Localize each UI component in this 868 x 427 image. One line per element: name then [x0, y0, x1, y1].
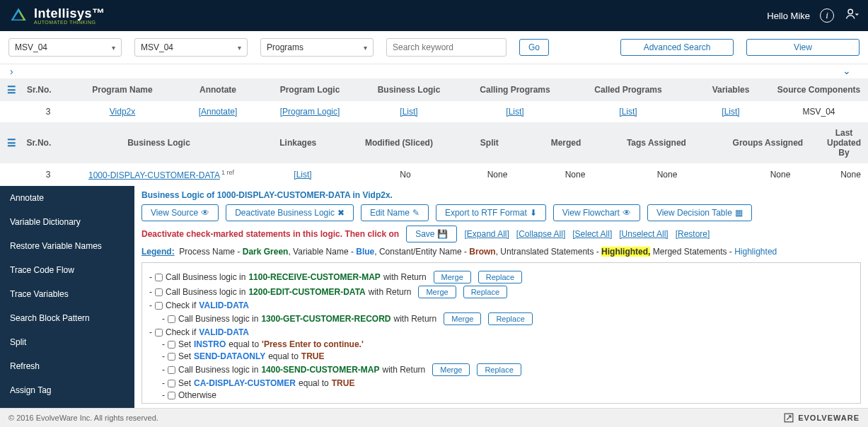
grid-icon: ▦ — [735, 208, 743, 218]
columns-icon[interactable]: ☰ — [7, 84, 16, 95]
sidebar-item-annotate[interactable]: Annotate — [0, 186, 134, 210]
stmt-text: Call Business logic in — [166, 272, 245, 282]
link-annotate[interactable]: [Annotate] — [199, 107, 238, 117]
sidebar-item-split[interactable]: Split — [0, 330, 134, 354]
link-program-name[interactable]: Vidp2x — [110, 107, 135, 117]
export-rtf-button[interactable]: Export to RTF Format⬇ — [436, 204, 546, 221]
cell-srno: 3 — [27, 107, 69, 117]
merge-button[interactable]: Merge — [432, 363, 470, 376]
link-variables[interactable]: [List] — [722, 107, 739, 117]
filter-row: MSV_04▾ MSV_04▾ Programs▾ Go Advanced Se… — [0, 31, 868, 64]
stmt-text: Check if — [166, 327, 196, 337]
col-annotate: Annotate — [175, 85, 260, 95]
view-flowchart-button[interactable]: View Flowchart👁 — [553, 204, 640, 221]
advanced-search-button[interactable]: Advanced Search — [620, 39, 734, 56]
link-expand-all[interactable]: [Expand All] — [464, 229, 509, 239]
link-business-logic[interactable]: [List] — [400, 107, 417, 117]
col-business-logic: Business Logic — [359, 85, 458, 95]
chevron-down-icon: ▾ — [238, 44, 241, 52]
sidebar-item-refresh[interactable]: Refresh — [0, 354, 134, 378]
replace-button[interactable]: Replace — [478, 271, 522, 283]
col-called: Called Programs — [572, 85, 685, 95]
link-unselect-all[interactable]: [Unselect All] — [619, 229, 668, 239]
statement-checkbox[interactable] — [168, 341, 175, 349]
statement-checkbox[interactable] — [155, 329, 163, 337]
legend-merged-value: Highlighted — [734, 247, 777, 257]
select-project-1[interactable]: MSV_04▾ — [8, 38, 122, 57]
replace-button[interactable]: Replace — [488, 312, 532, 325]
stmt-text: Set — [178, 339, 191, 349]
statement-checkbox[interactable] — [168, 366, 175, 374]
link-restore[interactable]: [Restore] — [676, 229, 710, 239]
statement-checkbox[interactable] — [168, 353, 175, 361]
col2-srno: Sr.No. — [27, 138, 69, 148]
var-name: SEND-DATAONLY — [194, 351, 265, 361]
view-decision-table-button[interactable]: View Decision Table▦ — [647, 204, 752, 221]
deactivate-bl-button[interactable]: Deactivate Business Logic✖ — [226, 204, 354, 221]
go-button[interactable]: Go — [519, 39, 549, 56]
select-1-value: MSV_04 — [15, 42, 47, 52]
logo: Intellisys™ AUTOMATED THINKING — [8, 6, 105, 25]
sidebar-item-search-block-pattern[interactable]: Search Block Pattern — [0, 306, 134, 330]
statement-checkbox[interactable] — [155, 288, 163, 296]
link-linkages[interactable]: [List] — [294, 170, 311, 180]
edit-name-button[interactable]: Edit Name✎ — [361, 204, 429, 221]
link-collapse-all[interactable]: [Collapse All] — [516, 229, 565, 239]
merge-button[interactable]: Merge — [418, 286, 456, 298]
sidebar-item-restore-variable-names[interactable]: Restore Variable Names — [0, 234, 134, 258]
statement-checkbox[interactable] — [168, 380, 175, 387]
cell-source: MSV_04 — [777, 107, 861, 117]
cell2-updated: None — [840, 170, 861, 180]
main-area: Annotate Variable Dictionary Restore Var… — [0, 186, 868, 408]
brand-subtitle: AUTOMATED THINKING — [34, 20, 105, 25]
columns-icon[interactable]: ☰ — [7, 137, 16, 148]
view-button[interactable]: View — [746, 39, 860, 56]
collapse-caret[interactable]: ⌄ — [833, 64, 861, 78]
sidebar-item-assign-tag[interactable]: Assign Tag — [0, 378, 134, 402]
statement: -Otherwise — [162, 390, 853, 400]
sidebar-item-trace-variables[interactable]: Trace Variables — [0, 282, 134, 306]
user-menu-icon[interactable] — [844, 7, 860, 25]
select-category[interactable]: Programs▾ — [260, 38, 374, 57]
legend-label: Legend: — [141, 247, 175, 257]
stmt-text: Call Business logic in — [178, 365, 258, 375]
col-calling: Calling Programs — [458, 85, 572, 95]
link-called[interactable]: [List] — [619, 107, 637, 117]
legend-process-value: Dark Green — [243, 247, 289, 257]
select-project-2[interactable]: MSV_04▾ — [134, 38, 248, 57]
replace-button[interactable]: Replace — [463, 286, 507, 298]
const-value: 'Press Enter to continue.' — [262, 339, 364, 349]
stmt-text: equal to — [299, 378, 329, 388]
link-program-logic[interactable]: [Program Logic] — [280, 107, 340, 117]
statement-checkbox[interactable] — [155, 274, 163, 281]
legend-untranslated-label: Untranslated Statements - — [500, 247, 598, 257]
btn-label: View Source — [151, 208, 198, 218]
link-select-all[interactable]: [Select All] — [572, 229, 612, 239]
view-source-button[interactable]: View Source👁 — [141, 204, 219, 221]
topbar: Intellisys™ AUTOMATED THINKING Hello Mik… — [0, 0, 868, 31]
info-icon[interactable]: i — [820, 8, 834, 23]
statement-checkbox[interactable] — [155, 302, 163, 310]
merge-button[interactable]: Merge — [444, 312, 481, 325]
link-calling[interactable]: [List] — [506, 107, 523, 117]
stmt-text: with Return — [369, 287, 412, 297]
const-value: TRUE — [332, 378, 355, 388]
link-bl-name[interactable]: 1000-DISPLAY-CUSTOMER-DATA — [88, 170, 220, 180]
btn-label: Edit Name — [370, 208, 410, 218]
cell2-tags: None — [614, 170, 720, 180]
sidebar-item-variable-dictionary[interactable]: Variable Dictionary — [0, 210, 134, 234]
expand-up-caret[interactable]: › — [0, 64, 868, 78]
save-button[interactable]: Save💾 — [406, 226, 457, 242]
replace-button[interactable]: Replace — [477, 363, 521, 376]
legend-merged-label: Merged Statements - — [653, 247, 732, 257]
col2-tags: Tags Assigned — [604, 138, 709, 148]
statement-checkbox[interactable] — [168, 392, 175, 399]
sidebar-item-trace-code-flow[interactable]: Trace Code Flow — [0, 258, 134, 282]
cell2-merged: None — [536, 170, 614, 180]
merge-button[interactable]: Merge — [434, 271, 471, 283]
search-input[interactable] — [386, 38, 507, 57]
statement-checkbox[interactable] — [168, 315, 175, 323]
stmt-text: Call Business logic in — [166, 287, 245, 297]
statement: -Call Business logic in 1400-SEND-CUSTOM… — [162, 363, 853, 376]
col2-modified: Modified (Sliced) — [347, 138, 451, 148]
